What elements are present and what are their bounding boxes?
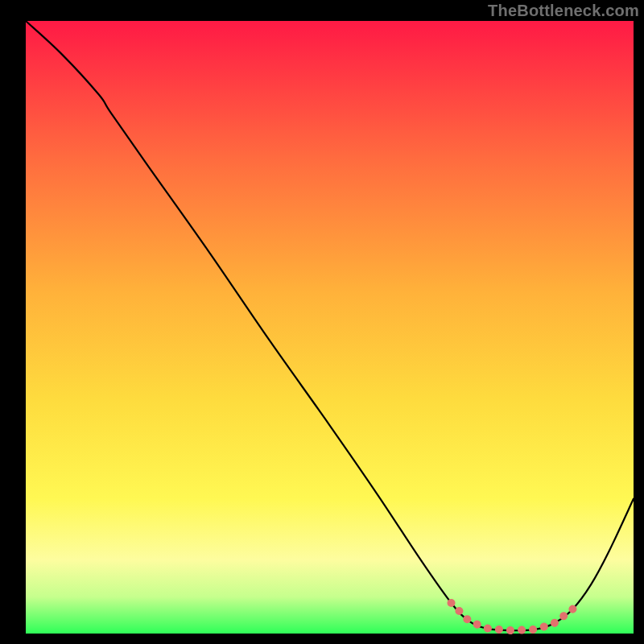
chart-stage: TheBottleneck.com — [0, 0, 644, 644]
watermark-text: TheBottleneck.com — [488, 2, 639, 20]
chart-svg — [0, 0, 644, 644]
gradient-background — [26, 21, 634, 634]
